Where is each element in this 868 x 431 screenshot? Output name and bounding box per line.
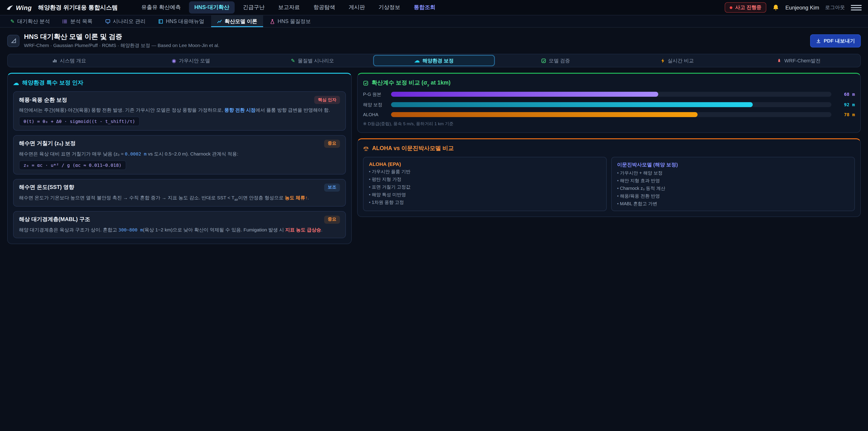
formula-charnock: z₀ = αc · u*² / g (αc ≈ 0.011~0.018) xyxy=(19,160,126,170)
bell-icon[interactable] xyxy=(772,4,780,11)
section-tab-label: 모델 검증 xyxy=(549,57,570,64)
section-tab-wrf-chem[interactable]: WRF-Chem발전 xyxy=(738,55,860,66)
section-tab-bar: 시스템 개요 ◉ 가우시안 모델 ✎ 물질별 시나리오 ☁ 해양환경 보정 모델… xyxy=(7,54,861,67)
bar-track xyxy=(391,92,831,97)
app-logo[interactable]: Wing xyxy=(6,4,32,11)
lightning-icon xyxy=(660,58,665,63)
priority-badge: 중요 xyxy=(324,140,340,148)
comparison-grid: ALOHA (EPA) 가우시안 플룸 기반 평탄 지형 가정 표면 거칠기 고… xyxy=(363,157,855,211)
section-tab-system-overview[interactable]: 시스템 개요 xyxy=(8,55,130,66)
main-content: ☁ 해양환경 특수 보정 인자 해풍·육풍 순환 보정 핵심 인자 해안에서는 … xyxy=(0,67,868,249)
correction-panel-title: 해양환경 특수 보정 인자 xyxy=(22,79,84,87)
incident-label: 사고 진행중 xyxy=(735,4,761,11)
section-tab-gaussian-model[interactable]: ◉ 가우시안 모델 xyxy=(130,55,252,66)
correction-panel-header: ☁ 해양환경 특수 보정 인자 xyxy=(13,79,346,87)
page-header: HNS 대기확산 모델 이론 및 검증 WRF-Chem · Gaussian … xyxy=(0,28,868,53)
subtab-label: HNS 대응매뉴얼 xyxy=(166,18,204,25)
list-item: 1차원 풍향 고정 xyxy=(369,199,601,205)
list-item: 해풍/육풍 전환 반영 xyxy=(617,193,849,199)
chart-panel-header: 확산계수 보정 비교 (σy at 1km) xyxy=(363,79,855,87)
card-sea-land-breeze: 해풍·육풍 순환 보정 핵심 인자 해안에서는 주간(해풍)·야간(육풍) 풍향… xyxy=(13,91,346,131)
lee-model-box: 이문진박사모델 (해양 보정) 가우시안 + 해양 보정 해안 지형 효과 반영… xyxy=(611,157,855,211)
card-title: 해상 대기경계층(MABL) 구조 xyxy=(19,216,90,223)
bar-fill-aloha xyxy=(391,112,698,117)
list-item: MABL 혼합고 가변 xyxy=(617,201,849,206)
sub-navigation: ✎ 대기확산 분석 분석 목록 시나리오 관리 HNS 대응매뉴얼 xyxy=(0,16,868,28)
subtab-hns-substance-info[interactable]: HNS 물질정보 xyxy=(264,16,317,27)
nav-item-integrated-search[interactable]: 통합조회 xyxy=(408,1,441,13)
incident-status-badge[interactable]: 사고 진행중 xyxy=(725,2,766,13)
rocket-icon xyxy=(777,58,782,63)
incident-dot-icon xyxy=(730,6,733,9)
bar-chart-icon xyxy=(53,58,57,63)
pencil-icon: ✎ xyxy=(291,58,295,63)
pdf-export-button[interactable]: PDF 내보내기 xyxy=(810,34,861,47)
section-tab-realtime-compare[interactable]: 실시간 비교 xyxy=(616,55,738,66)
navbar-right: 사고 진행중 Eunjeong Kim 로그아웃 xyxy=(725,2,862,13)
aloha-box: ALOHA (EPA) 가우시안 플룸 기반 평탄 지형 가정 표면 거칠기 고… xyxy=(363,157,607,211)
pdf-export-label: PDF 내보내기 xyxy=(824,37,855,44)
book-icon xyxy=(158,19,163,24)
bar-value: 92 m xyxy=(836,102,855,107)
logout-button[interactable]: 로그아웃 xyxy=(825,4,845,11)
bar-fill-pg xyxy=(391,92,658,97)
list-icon xyxy=(63,19,68,24)
list-item: 해안 지형 효과 반영 xyxy=(617,177,849,183)
page-title-block: HNS 대기확산 모델 이론 및 검증 WRF-Chem · Gaussian … xyxy=(24,33,219,49)
page-title: HNS 대기확산 모델 이론 및 검증 xyxy=(24,33,219,41)
nav-item-hns-diffusion[interactable]: HNS·대기확산 xyxy=(189,1,235,13)
card-sst-effect: 해수면 온도(SST) 영향 보조 해수면 온도가 기온보다 높으면 열적 불안… xyxy=(13,179,346,207)
comparison-title: ALOHA vs 이문진박사모델 비교 xyxy=(372,145,454,152)
marine-correction-panel: ☁ 해양환경 특수 보정 인자 해풍·육풍 순환 보정 핵심 인자 해안에서는 … xyxy=(7,73,352,244)
logo-text: Wing xyxy=(16,4,32,11)
card-body: 해수면 온도가 기온보다 높으면 열적 불안정 촉진 → 수직 혼합 증가 → … xyxy=(19,194,340,202)
chart-title: 확산계수 보정 비교 (σy at 1km) xyxy=(372,79,451,87)
top-navbar: Wing 해양환경 위기대응 통합시스템 유출유 확산예측 HNS·대기확산 긴… xyxy=(0,0,868,16)
wing-icon xyxy=(6,5,13,10)
page-icon-box xyxy=(7,35,20,47)
section-tab-substance-scenario[interactable]: ✎ 물질별 시나리오 xyxy=(252,55,373,66)
subtab-analysis-list[interactable]: 분석 목록 xyxy=(57,16,98,27)
subtab-label: 시나리오 관리 xyxy=(113,18,145,25)
app-root: Wing 해양환경 위기대응 통합시스템 유출유 확산예측 HNS·대기확산 긴… xyxy=(0,0,868,431)
nav-item-board[interactable]: 게시판 xyxy=(343,1,370,13)
section-tab-model-validation[interactable]: 모델 검증 xyxy=(495,55,616,66)
cloud-icon: ☁ xyxy=(414,58,420,63)
pencil-icon: ✎ xyxy=(10,19,14,24)
priority-badge: 중요 xyxy=(324,216,340,224)
bar-label: P-G 원본 xyxy=(363,91,386,97)
subtab-diffusion-model-theory[interactable]: 확산모델 이론 xyxy=(211,16,263,27)
section-tab-label: 가우시안 모델 xyxy=(179,57,210,64)
subtab-label: HNS 물질정보 xyxy=(278,18,311,25)
nav-item-weather[interactable]: 기상정보 xyxy=(373,1,405,13)
bar-fill-marine xyxy=(391,102,753,107)
cloud-icon: ☁ xyxy=(13,80,19,86)
section-tab-label: 실시간 비교 xyxy=(668,57,694,64)
nav-item-rescue[interactable]: 긴급구난 xyxy=(237,1,270,13)
triangle-ruler-icon xyxy=(10,37,17,44)
list-item: 가우시안 + 해양 보정 xyxy=(617,170,849,176)
section-tab-label: 물질별 시나리오 xyxy=(298,57,334,64)
nav-item-reports[interactable]: 보고자료 xyxy=(273,1,305,13)
user-name: Eunjeong Kim xyxy=(785,4,819,11)
section-tab-marine-correction[interactable]: ☁ 해양환경 보정 xyxy=(373,55,495,66)
card-body: 해양 대기경계층은 육상과 구조가 상이. 혼합고 300~800 m(육상 1… xyxy=(19,226,340,234)
nav-item-oil-spill[interactable]: 유출유 확산예측 xyxy=(136,1,186,13)
card-mabl-structure: 해상 대기경계층(MABL) 구조 중요 해양 대기경계층은 육상과 구조가 상… xyxy=(13,211,346,238)
list-item: 평탄 지형 가정 xyxy=(369,176,601,182)
right-column: 확산계수 보정 비교 (σy at 1km) P-G 원본 68 m 해양 보정… xyxy=(357,73,861,217)
list-item: Charnock z₀ 동적 계산 xyxy=(617,185,849,191)
hamburger-menu-icon[interactable] xyxy=(851,3,862,12)
subtab-scenario-management[interactable]: 시나리오 관리 xyxy=(99,16,151,27)
bar-track xyxy=(391,112,831,117)
section-tab-label: 시스템 개요 xyxy=(60,57,86,64)
subtab-diffusion-analysis[interactable]: ✎ 대기확산 분석 xyxy=(4,16,56,27)
card-title: 해수면 거칠기 (z₀) 보정 xyxy=(19,140,76,148)
list-item: 가우시안 플룸 기반 xyxy=(369,168,601,174)
download-icon xyxy=(816,38,821,43)
list-item: 해양 특성 미반영 xyxy=(369,191,601,197)
card-title: 해수면 온도(SST) 영향 xyxy=(19,184,74,191)
nav-item-aerial-search[interactable]: 항공탐색 xyxy=(308,1,340,13)
comparison-panel-header: ALOHA vs 이문진박사모델 비교 xyxy=(363,145,855,152)
subtab-hns-manual[interactable]: HNS 대응매뉴얼 xyxy=(152,16,210,27)
